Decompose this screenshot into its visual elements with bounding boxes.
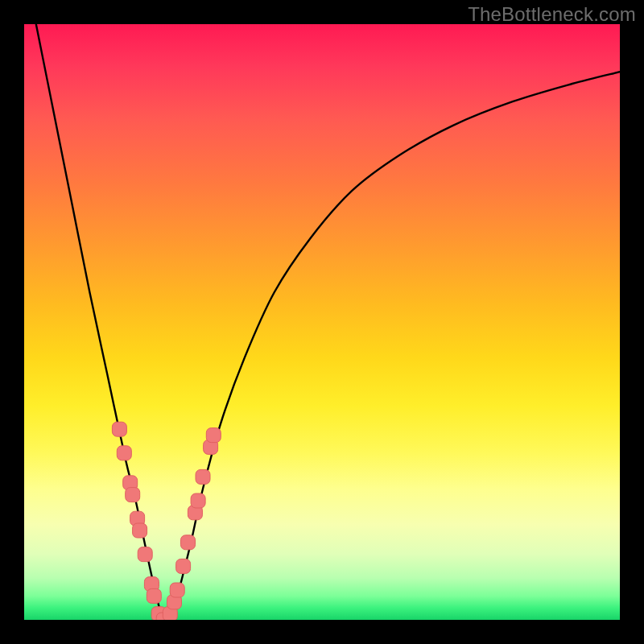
chart-frame: TheBottleneck.com (0, 0, 644, 644)
marker (147, 588, 161, 603)
plot-area (24, 24, 620, 620)
marker (133, 523, 147, 538)
marker (176, 559, 191, 573)
marker (206, 428, 221, 443)
marker (138, 547, 152, 562)
marker (117, 446, 131, 460)
markers-layer (24, 24, 620, 620)
highlighted-points (112, 422, 221, 620)
watermark-text: TheBottleneck.com (468, 3, 636, 26)
marker (181, 535, 196, 550)
marker (191, 493, 205, 508)
marker (196, 469, 210, 484)
marker (126, 488, 140, 502)
marker (170, 583, 184, 597)
marker (112, 422, 126, 436)
